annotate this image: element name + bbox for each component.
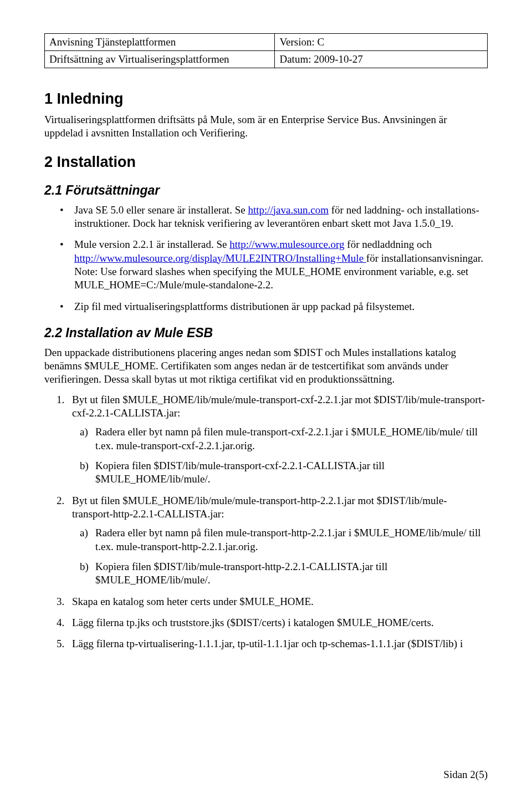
meta-cell-version: Version: C — [275, 34, 488, 51]
step-2a: Radera eller byt namn på filen mule-tran… — [80, 526, 488, 553]
step-1a: Radera eller byt namn på filen mule-tran… — [80, 425, 488, 453]
step-1-substeps: Radera eller byt namn på filen mule-tran… — [80, 425, 488, 486]
step-text: Byt ut filen $MULE_HOME/lib/mule/mule-tr… — [72, 495, 447, 520]
step-3: Skapa en katalog som heter certs under $… — [57, 595, 488, 608]
para-install-intro: Den uppackade distributionens placering … — [44, 346, 488, 387]
page-container: Anvisning Tjänsteplattformen Version: C … — [0, 0, 532, 803]
step-2-substeps: Radera eller byt namn på filen mule-tran… — [80, 526, 488, 587]
link-mulesource-install[interactable]: http://www.mulesource.org/display/MULE2I… — [74, 252, 366, 264]
step-4: Lägg filerna tp.jks och truststore.jks (… — [57, 616, 488, 629]
step-2b: Kopiera filen $DIST/lib/mule-transport-h… — [80, 560, 488, 587]
header-meta-table: Anvisning Tjänsteplattformen Version: C … — [44, 33, 488, 68]
page-number: Sidan 2(5) — [443, 769, 488, 781]
step-text: Byt ut filen $MULE_HOME/lib/mule/mule-tr… — [72, 394, 485, 419]
step-1b: Kopiera filen $DIST/lib/mule-transport-c… — [80, 459, 488, 486]
step-5: Lägg filerna tp-virtualisering-1.1.1.jar… — [57, 637, 488, 650]
link-mulesource[interactable]: http://www.mulesource.org — [229, 238, 344, 250]
text: för installationsanvisningar. — [366, 252, 483, 264]
step-2: Byt ut filen $MULE_HOME/lib/mule/mule-tr… — [57, 494, 488, 587]
prereq-list: Java SE 5.0 eller senare är installerat.… — [60, 204, 488, 313]
heading-install-mule-esb: 2.2 Installation av Mule ESB — [44, 326, 488, 340]
text: för nedladdning och — [345, 238, 432, 250]
heading-inledning: 1 Inledning — [44, 90, 488, 108]
note-text: Note: Use forward slashes when specifyin… — [74, 266, 468, 291]
install-steps: Byt ut filen $MULE_HOME/lib/mule/mule-tr… — [57, 393, 488, 651]
meta-cell-title: Anvisning Tjänsteplattformen — [45, 34, 275, 51]
text: Mule version 2.2.1 är installerad. Se — [74, 238, 229, 250]
prereq-item-mule: Mule version 2.2.1 är installerad. Se ht… — [60, 238, 488, 292]
step-1: Byt ut filen $MULE_HOME/lib/mule/mule-tr… — [57, 393, 488, 486]
prereq-item-java: Java SE 5.0 eller senare är installerat.… — [60, 204, 488, 231]
text: Java SE 5.0 eller senare är installerat.… — [74, 204, 248, 216]
para-inledning: Virtualiseringsplattformen driftsätts på… — [44, 113, 488, 140]
heading-forutsattningar: 2.1 Förutsättningar — [44, 183, 488, 198]
prereq-item-zip: Zip fil med virtualiseringsplattforms di… — [60, 300, 488, 313]
heading-installation: 2 Installation — [44, 154, 488, 171]
meta-cell-subtitle: Driftsättning av Virtualiseringsplattfor… — [45, 51, 275, 68]
link-java-sun[interactable]: http://java.sun.com — [248, 204, 329, 216]
meta-cell-date: Datum: 2009-10-27 — [275, 51, 488, 68]
